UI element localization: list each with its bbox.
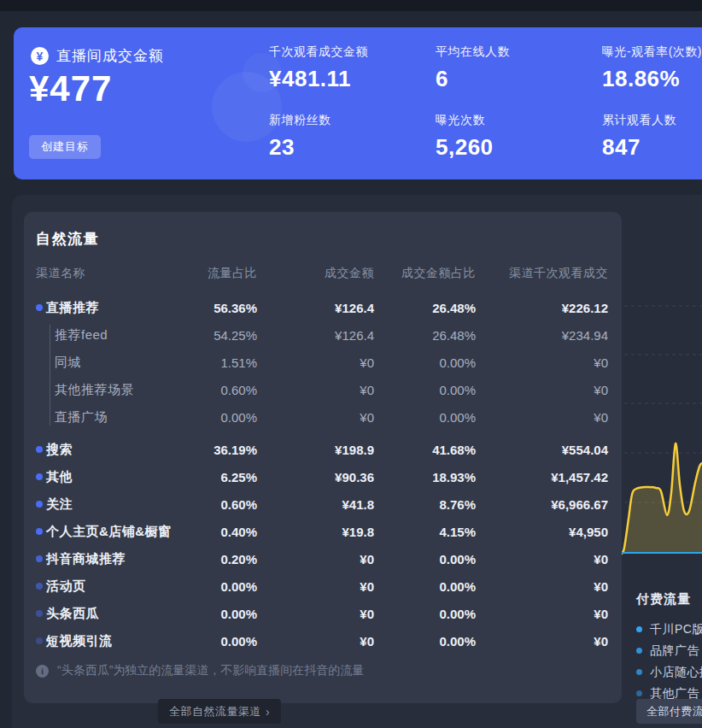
traffic-trend-chart [622,286,702,568]
traffic-share-cell: 6.25% [172,470,257,484]
gmv-share-cell: 0.00% [374,410,476,425]
table-row[interactable]: 头条西瓜 0.00% ¥0 0.00% ¥0 [24,600,622,627]
traffic-share-cell: 54.25% [172,328,257,343]
metric-value: 23 [269,134,431,161]
channel-dot [36,610,43,617]
metric-avg-online: 平均在线人数 6 [436,44,598,92]
channel-name: 关注 [46,496,73,511]
paid-legend-item[interactable]: 小店随心推 [636,661,702,683]
yen-circle-icon: ¥ [31,47,49,65]
subrow-connector-line [50,325,50,426]
gmv-share-cell: 0.00% [374,607,476,621]
gmv-cell: ¥19.8 [257,525,374,539]
paid-traffic-title: 付费流量 [636,591,702,608]
metric-value: ¥481.11 [269,66,431,92]
chevron-right-icon: › [266,705,270,719]
channel-dot [36,555,43,562]
metric-exposure-view-rate: 曝光-观看率(次数) 18.86% [602,44,702,92]
info-icon: i [36,665,49,678]
gmv-cell: ¥0 [257,383,374,397]
table-row[interactable]: 抖音商城推荐 0.20% ¥0 0.00% ¥0 [24,545,622,572]
all-natural-channels-button[interactable]: 全部自然流量渠道 › [158,699,281,724]
table-row[interactable]: 搜索 36.19% ¥198.9 41.68% ¥554.04 [24,436,622,463]
channel-name: 其他推荐场景 [55,382,134,396]
metric-label: 平均在线人数 [436,44,598,60]
channel-name: 推荐feed [55,327,108,342]
channel-name: 直播广场 [55,409,108,424]
table-header-row: 渠道名称 流量占比 成交金额 成交金额占比 渠道千次观看成交 [24,265,622,282]
gpm-cell: ¥0 [476,634,608,649]
channel-name: 搜索 [46,442,73,456]
table-row[interactable]: 其他推荐场景 0.60% ¥0 0.00% ¥0 [24,376,622,403]
traffic-share-cell: 0.00% [172,579,257,594]
table-row[interactable]: 同城 1.51% ¥0 0.00% ¥0 [24,349,622,376]
legend-dot-icon [636,626,642,632]
gmv-cell: ¥41.8 [257,497,374,512]
gmv-share-cell: 8.76% [374,497,476,512]
hero-label-row: ¥ 直播间成交金额 [31,46,164,66]
table-row[interactable]: 其他 6.25% ¥90.36 18.93% ¥1,457.42 [24,463,622,490]
metric-gpm: 千次观看成交金额 ¥481.11 [269,44,431,92]
channel-name: 其他 [46,469,73,484]
table-row[interactable]: 关注 0.60% ¥41.8 8.76% ¥6,966.67 [24,490,622,518]
table-row[interactable]: 活动页 0.00% ¥0 0.00% ¥0 [24,572,622,600]
gmv-cell: ¥0 [257,579,374,594]
all-paid-channels-button[interactable]: 全部付费流量渠道 [636,699,702,724]
channel-name: 短视频引流 [46,633,113,648]
table-row[interactable]: 直播推荐 56.36% ¥126.4 26.48% ¥226.12 [24,294,622,321]
metric-value: 6 [436,66,598,92]
gmv-share-cell: 0.00% [374,552,476,567]
gpm-cell: ¥554.04 [476,443,608,457]
paid-traffic-section: 付费流量 千川PC版 品牌广告 小店随心推 其他广告 [636,591,702,704]
channel-name: 同城 [55,355,81,369]
traffic-share-cell: 0.60% [172,497,257,512]
gmv-cell: ¥90.36 [257,470,374,484]
table-row[interactable]: 直播广场 0.00% ¥0 0.00% ¥0 [24,403,622,431]
gmv-cell: ¥0 [257,410,374,425]
legend-label: 千川PC版 [650,622,702,637]
traffic-share-cell: 56.36% [172,301,257,315]
metric-label: 曝光-观看率(次数) [602,44,702,60]
metric-new-followers: 新增粉丝数 23 [269,113,431,161]
channel-name: 抖音商城推荐 [46,551,126,566]
gmv-share-cell: 4.15% [374,525,476,539]
channel-dot [36,446,43,453]
channel-name: 个人主页&店铺&橱窗 [46,524,172,538]
channel-name: 直播推荐 [46,300,99,314]
legend-dot-icon [636,648,642,654]
column-header-channel: 渠道名称 [24,266,172,281]
gpm-cell: ¥0 [476,552,608,567]
footnote: i “头条西瓜”为独立的流量渠道，不影响直播间在抖音的流量 [36,663,364,678]
column-header-gmv-share: 成交金额占比 [374,266,476,281]
metric-label: 新增粉丝数 [269,113,431,128]
traffic-share-cell: 0.00% [172,607,257,621]
top-window-strip [0,0,702,11]
gmv-cell: ¥0 [257,607,374,621]
channel-dot [36,528,43,535]
gmv-cell: ¥0 [257,355,374,370]
paid-legend-item[interactable]: 千川PC版 [636,619,702,640]
hero-main-label: 直播间成交金额 [56,46,164,66]
create-goal-button[interactable]: 创建目标 [29,135,101,159]
channel-dot [36,637,43,644]
channel-name: 头条西瓜 [46,606,99,620]
gmv-share-cell: 0.00% [374,634,476,649]
table-body: 直播推荐 56.36% ¥126.4 26.48% ¥226.12 推荐feed… [24,294,622,655]
gmv-cell: ¥198.9 [257,443,374,457]
table-row[interactable]: 个人主页&店铺&橱窗 0.40% ¥19.8 4.15% ¥4,950 [24,518,622,545]
paid-legend-item[interactable]: 品牌广告 [636,640,702,661]
traffic-share-cell: 36.19% [172,443,257,457]
dashboard-page: ¥ 直播间成交金额 ¥477 创建目标 千次观看成交金额 ¥481.11 平均在… [0,0,702,728]
natural-traffic-title: 自然流量 [36,229,99,249]
metric-total-viewers: 累计观看人数 847 [602,113,702,161]
metric-value: 5,260 [436,134,598,161]
gpm-cell: ¥0 [476,579,608,594]
table-row[interactable]: 推荐feed 54.25% ¥126.4 26.48% ¥234.94 [24,321,622,349]
metric-value: 847 [602,134,702,161]
channel-dot [36,501,43,508]
gpm-cell: ¥234.94 [476,328,608,343]
channel-dot [36,304,43,311]
column-header-gmv: 成交金额 [257,266,374,281]
channel-dot [36,473,43,480]
table-row[interactable]: 短视频引流 0.00% ¥0 0.00% ¥0 [24,627,622,655]
